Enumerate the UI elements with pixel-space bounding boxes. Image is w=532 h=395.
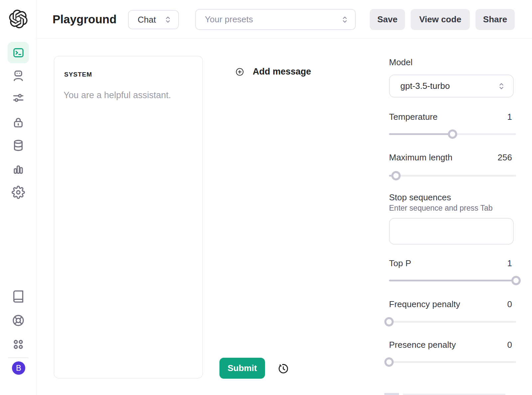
frequency-penalty-value: 0 bbox=[507, 299, 512, 309]
chevron-updown-icon bbox=[341, 15, 348, 24]
database-icon bbox=[12, 139, 25, 152]
temperature-value: 1 bbox=[507, 112, 512, 122]
terminal-icon bbox=[12, 47, 25, 59]
mode-select[interactable]: Chat bbox=[128, 10, 179, 29]
add-message-button[interactable]: Add message bbox=[235, 67, 311, 77]
frequency-penalty-label: Frequency penalty bbox=[389, 299, 460, 309]
stop-sequences-hint: Enter sequence and press Tab bbox=[389, 204, 493, 213]
presence-penalty-label: Presence penalty bbox=[389, 340, 456, 350]
share-button[interactable]: Share bbox=[475, 9, 515, 30]
slider-thumb[interactable] bbox=[448, 129, 457, 139]
plus-circle-icon bbox=[235, 68, 244, 76]
system-label: SYSTEM bbox=[64, 71, 92, 78]
top-header: Playground Chat Your presets Save View c… bbox=[37, 0, 532, 39]
sidebar-item-usage[interactable] bbox=[12, 162, 25, 176]
model-select[interactable]: gpt-3.5-turbo bbox=[389, 75, 514, 98]
submit-button[interactable]: Submit bbox=[219, 358, 265, 379]
stop-sequences-input[interactable] bbox=[389, 218, 514, 245]
top-p-slider[interactable] bbox=[389, 276, 516, 285]
frequency-penalty-row: Frequency penalty 0 bbox=[389, 299, 512, 309]
top-p-row: Top P 1 bbox=[389, 258, 512, 269]
page-title: Playground bbox=[53, 13, 117, 26]
sidebar-item-settings[interactable] bbox=[12, 186, 25, 199]
gear-icon bbox=[12, 186, 25, 199]
grid-dots-icon bbox=[12, 338, 25, 351]
sidebar-item-api-keys[interactable] bbox=[12, 116, 25, 129]
lock-icon bbox=[12, 116, 25, 129]
sidebar-item-apps[interactable] bbox=[12, 338, 25, 351]
slider-fill bbox=[389, 133, 453, 135]
slider-thumb[interactable] bbox=[511, 276, 521, 285]
sidebar-item-assistants[interactable] bbox=[12, 69, 25, 83]
history-button[interactable] bbox=[277, 362, 290, 375]
system-message-input[interactable]: You are a helpful assistant. bbox=[64, 90, 196, 100]
slider-fill bbox=[389, 280, 516, 282]
history-icon bbox=[277, 362, 290, 375]
stop-sequences-label: Stop sequences bbox=[389, 192, 451, 203]
maximum-length-value: 256 bbox=[498, 152, 512, 163]
slider-thumb[interactable] bbox=[384, 357, 394, 367]
slider-thumb[interactable] bbox=[391, 171, 401, 180]
maximum-length-label: Maximum length bbox=[389, 152, 453, 163]
temperature-row: Temperature 1 bbox=[389, 112, 512, 122]
temperature-slider[interactable] bbox=[389, 129, 516, 139]
params-panel: Model gpt-3.5-turbo Temperature 1 Maximu… bbox=[389, 0, 516, 395]
sidebar-item-storage[interactable] bbox=[12, 139, 25, 152]
lifebuoy-icon bbox=[12, 314, 25, 327]
sidebar-item-help[interactable] bbox=[12, 314, 25, 327]
frequency-penalty-slider[interactable] bbox=[389, 317, 516, 326]
add-message-label: Add message bbox=[253, 67, 311, 77]
sidebar-item-playground[interactable] bbox=[8, 42, 29, 63]
openai-logo[interactable] bbox=[9, 10, 28, 28]
system-message-card[interactable]: SYSTEM You are a helpful assistant. bbox=[54, 56, 203, 378]
chevron-updown-icon bbox=[164, 15, 172, 24]
bar-chart-icon bbox=[12, 162, 25, 176]
book-icon bbox=[12, 290, 25, 303]
sidebar-item-fine-tuning[interactable] bbox=[12, 92, 25, 105]
clipped-bottom-text bbox=[403, 394, 505, 395]
robot-icon bbox=[12, 69, 25, 83]
sidebar-divider bbox=[8, 357, 29, 358]
user-avatar[interactable]: B bbox=[12, 361, 25, 375]
top-p-value: 1 bbox=[507, 258, 512, 269]
view-code-button[interactable]: View code bbox=[411, 9, 470, 30]
slider-track bbox=[389, 280, 516, 282]
presets-select-placeholder: Your presets bbox=[196, 14, 253, 25]
model-select-value: gpt-3.5-turbo bbox=[390, 81, 450, 91]
save-button[interactable]: Save bbox=[370, 9, 405, 30]
clipped-bottom-element bbox=[384, 393, 399, 395]
presence-penalty-row: Presence penalty 0 bbox=[389, 340, 512, 350]
sidebar-item-docs[interactable] bbox=[12, 290, 25, 303]
top-p-label: Top P bbox=[389, 258, 411, 269]
presets-select[interactable]: Your presets bbox=[195, 9, 356, 30]
playground-app: B Playground Chat Your presets Save View… bbox=[0, 0, 532, 395]
openai-logo-icon bbox=[9, 10, 28, 28]
presence-penalty-slider[interactable] bbox=[389, 357, 516, 367]
slider-track bbox=[389, 175, 516, 177]
sliders-icon bbox=[12, 92, 25, 105]
slider-track bbox=[389, 321, 516, 323]
sidebar: B bbox=[0, 0, 37, 395]
model-label: Model bbox=[389, 57, 413, 68]
temperature-label: Temperature bbox=[389, 112, 438, 122]
mode-select-value: Chat bbox=[129, 15, 156, 25]
slider-track bbox=[389, 361, 516, 363]
maximum-length-slider[interactable] bbox=[389, 171, 516, 180]
chevron-updown-icon bbox=[498, 82, 505, 91]
maximum-length-row: Maximum length 256 bbox=[389, 152, 512, 163]
slider-thumb[interactable] bbox=[384, 317, 394, 326]
presence-penalty-value: 0 bbox=[507, 340, 512, 350]
